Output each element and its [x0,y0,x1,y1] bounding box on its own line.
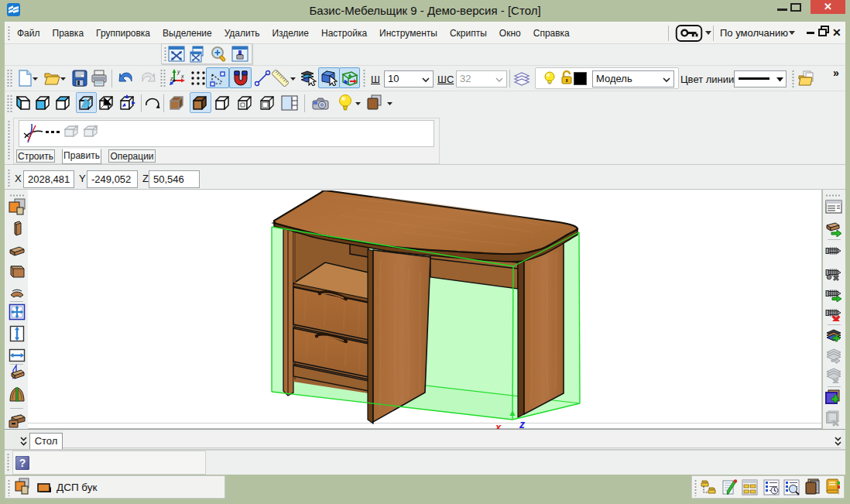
svg-text:y: y [177,69,180,75]
svg-text:x: x [180,74,184,79]
svg-text:z: z [519,418,525,429]
svg-text:x: x [495,421,502,429]
svg-text:?: ? [19,457,26,469]
svg-text:z: z [170,76,173,81]
